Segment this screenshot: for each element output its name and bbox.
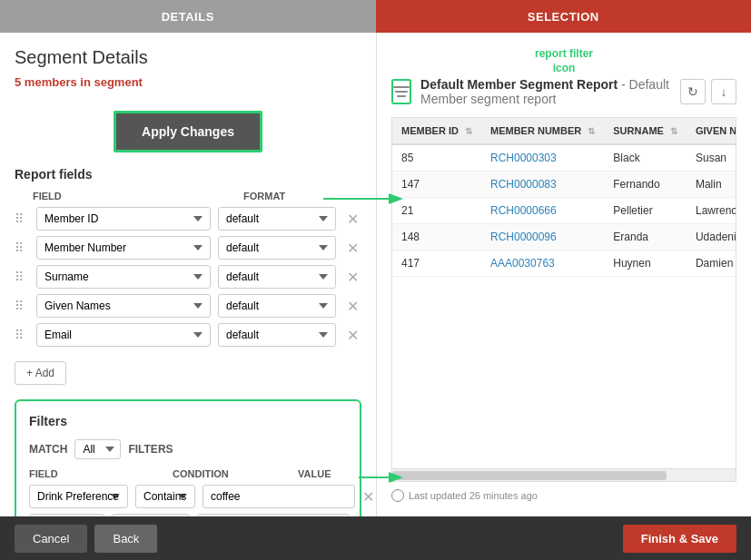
remove-field-3[interactable]: ✕ <box>343 269 361 286</box>
horizontal-scrollbar[interactable] <box>391 469 736 482</box>
col-surname[interactable]: SURNAME ⇅ <box>604 118 687 144</box>
apply-changes-button[interactable]: Apply Changes <box>114 111 262 152</box>
format-select-4[interactable]: default <box>218 294 336 318</box>
field-row: ⠿ Surname default ✕ <box>15 265 361 289</box>
field-row: ⠿ Email default ✕ <box>15 323 361 347</box>
page-title: Segment Details <box>15 47 361 68</box>
filter-value-1[interactable] <box>203 485 355 508</box>
scrollbar-thumb <box>392 471 667 480</box>
format-select-2[interactable]: default <box>218 236 336 260</box>
table-row: 147 RCH0000083 Fernando Malin m <box>392 172 736 198</box>
report-header: Default Member Segment Report - Default … <box>391 77 736 106</box>
remove-field-2[interactable]: ✕ <box>343 240 361 257</box>
cell-member-id: 417 <box>392 251 481 277</box>
filter-cols-header: FIELD CONDITION VALUE <box>29 468 347 479</box>
filter-condition-2[interactable]: Greater than <box>112 514 190 516</box>
data-table: MEMBER ID ⇅ MEMBER NUMBER ⇅ SURNAME ⇅ GI… <box>392 118 736 277</box>
fields-header: FIELD FORMAT <box>15 191 361 201</box>
col-given-names[interactable]: GIVEN NAMES ⇅ <box>687 118 736 144</box>
tab-selection[interactable]: SELECTION <box>376 0 752 33</box>
table-header-row: MEMBER ID ⇅ MEMBER NUMBER ⇅ SURNAME ⇅ GI… <box>392 118 736 144</box>
cell-surname: Pelletier <box>604 198 687 224</box>
remove-field-4[interactable]: ✕ <box>343 298 361 315</box>
cell-given-names: Lawrence <box>687 198 736 224</box>
drag-handle-icon[interactable]: ⠿ <box>15 299 29 313</box>
field-row: ⠿ Member ID default ✕ <box>15 207 361 231</box>
drag-handle-icon[interactable]: ⠿ <box>15 328 29 342</box>
download-icon[interactable]: ↓ <box>711 79 736 104</box>
cell-member-id: 148 <box>392 224 481 251</box>
table-row: 21 RCH0000666 Pelletier Lawrence la <box>392 198 736 224</box>
report-filter-annotation: report filter icon <box>535 47 593 75</box>
cell-member-id: 147 <box>392 172 481 198</box>
last-updated: Last updated 26 minutes ago <box>391 489 736 502</box>
cell-given-names: Susan <box>687 144 736 172</box>
cell-surname: Fernando <box>604 172 687 198</box>
cell-member-number: RCH0000303 <box>481 144 604 172</box>
cell-given-names: Udadeni <box>687 224 736 251</box>
field-row: ⠿ Member Number default ✕ <box>15 236 361 260</box>
cell-surname: Huynen <box>604 251 687 277</box>
filters-section: Filters MATCH All Any FILTERS FIELD COND… <box>15 399 361 516</box>
report-fields-title: Report fields <box>15 167 361 182</box>
table-row: 85 RCH0000303 Black Susan su <box>392 144 736 172</box>
data-table-wrapper: MEMBER ID ⇅ MEMBER NUMBER ⇅ SURNAME ⇅ GI… <box>391 117 736 469</box>
col-member-number[interactable]: MEMBER NUMBER ⇅ <box>481 118 604 144</box>
format-select-1[interactable]: default <box>218 207 336 231</box>
field-row: ⠿ Given Names default ✕ <box>15 294 361 318</box>
format-select-5[interactable]: default <box>218 323 336 347</box>
cell-member-number: RCH0000096 <box>481 224 604 251</box>
drag-handle-icon[interactable]: ⠿ <box>15 270 29 284</box>
filter-row-2: Value Score Greater than <box>29 514 347 516</box>
filter-field-1[interactable]: Drink Preference <box>29 485 128 508</box>
col-member-id[interactable]: MEMBER ID ⇅ <box>392 118 481 144</box>
cancel-button[interactable]: Cancel <box>15 525 87 553</box>
back-button[interactable]: Back <box>94 525 157 553</box>
cell-given-names: Damien <box>687 251 736 277</box>
filter-field-2[interactable]: Value Score <box>29 514 104 516</box>
table-row: 148 RCH0000096 Eranda Udadeni er <box>392 224 736 251</box>
filter-value-2[interactable] <box>197 514 350 516</box>
clock-icon <box>391 489 404 502</box>
cell-member-number: RCH0000666 <box>481 198 604 224</box>
remove-filter-1[interactable]: ✕ <box>362 488 374 506</box>
toolbar-icons: ↻ ↓ <box>680 79 736 104</box>
cell-given-names: Malin <box>687 172 736 198</box>
finish-save-button[interactable]: Finish & Save <box>623 525 736 553</box>
cell-member-id: 85 <box>392 144 481 172</box>
table-row: 417 AAA0030763 Huynen Damien h <box>392 251 736 277</box>
cell-surname: Eranda <box>604 224 687 251</box>
remove-field-1[interactable]: ✕ <box>343 211 361 228</box>
fields-table: FIELD FORMAT ⠿ Member ID default ✕ ⠿ Mem… <box>15 191 361 347</box>
match-select[interactable]: All Any <box>74 439 121 459</box>
field-select-4[interactable]: Given Names <box>36 294 211 318</box>
report-filter-icon[interactable] <box>391 79 411 104</box>
cell-member-id: 21 <box>392 198 481 224</box>
format-select-3[interactable]: default <box>218 265 336 289</box>
tab-details[interactable]: DETAILS <box>0 0 376 33</box>
field-select-5[interactable]: Email <box>36 323 211 347</box>
filters-title: Filters <box>29 414 347 428</box>
field-select-2[interactable]: Member Number <box>36 236 211 260</box>
drag-handle-icon[interactable]: ⠿ <box>15 241 29 255</box>
filter-row-1: Drink Preference Contains ✕ <box>29 485 347 508</box>
members-count: 5 members in segment <box>15 75 361 89</box>
cell-member-number: AAA0030763 <box>481 251 604 277</box>
cell-surname: Black <box>604 144 687 172</box>
right-panel: report filter icon Default Member Segmen… <box>377 33 751 516</box>
report-title: Default Member Segment Report - Default … <box>420 77 671 106</box>
field-select-3[interactable]: Surname <box>36 265 211 289</box>
match-row: MATCH All Any FILTERS <box>29 439 347 459</box>
refresh-icon[interactable]: ↻ <box>680 79 706 104</box>
field-select-1[interactable]: Member ID <box>36 207 211 231</box>
left-panel: Segment Details 5 members in segment App… <box>0 33 377 516</box>
remove-field-5[interactable]: ✕ <box>343 327 361 344</box>
bottom-left-buttons: Cancel Back <box>15 525 157 553</box>
drag-handle-icon[interactable]: ⠿ <box>15 211 29 226</box>
cell-member-number: RCH0000083 <box>481 172 604 198</box>
apply-changes-area: Apply Changes <box>15 111 361 152</box>
bottom-bar: Cancel Back Finish & Save <box>0 516 751 560</box>
add-field-button[interactable]: + Add <box>15 361 66 385</box>
filter-condition-1[interactable]: Contains <box>135 485 195 508</box>
